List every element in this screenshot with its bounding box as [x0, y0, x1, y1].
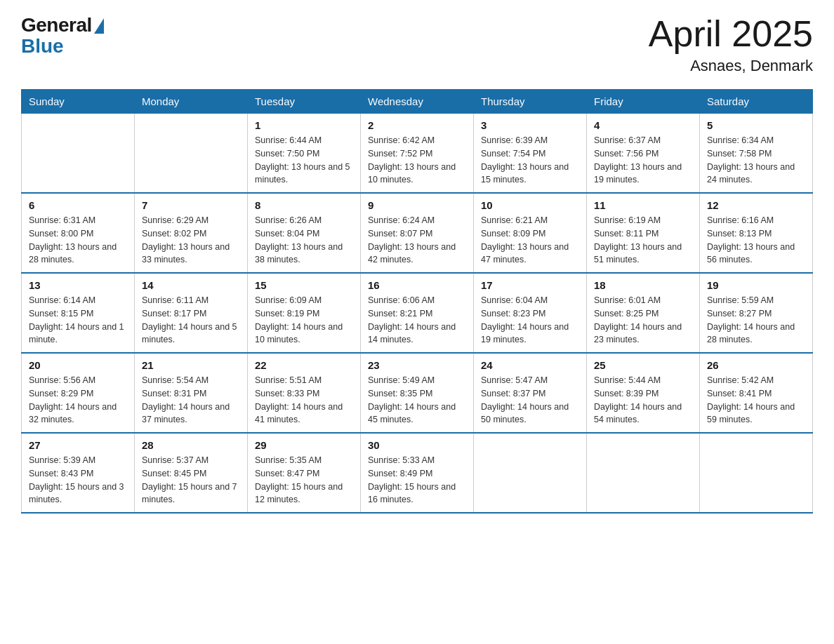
calendar-day-cell: 8Sunrise: 6:26 AMSunset: 8:04 PMDaylight… — [248, 193, 361, 273]
day-info: Sunrise: 5:51 AMSunset: 8:33 PMDaylight:… — [255, 374, 353, 427]
day-info: Sunrise: 5:59 AMSunset: 8:27 PMDaylight:… — [707, 294, 805, 347]
day-number: 4 — [594, 119, 692, 131]
day-info: Sunrise: 6:04 AMSunset: 8:23 PMDaylight:… — [481, 294, 579, 347]
calendar-day-cell: 28Sunrise: 5:37 AMSunset: 8:45 PMDayligh… — [135, 433, 248, 513]
calendar-day-cell: 29Sunrise: 5:35 AMSunset: 8:47 PMDayligh… — [248, 433, 361, 513]
day-info: Sunrise: 6:24 AMSunset: 8:07 PMDaylight:… — [368, 214, 466, 267]
day-number: 14 — [142, 279, 240, 291]
page-header: General Blue April 2025 Asnaes, Denmark — [21, 14, 813, 75]
calendar-day-cell: 21Sunrise: 5:54 AMSunset: 8:31 PMDayligh… — [135, 353, 248, 433]
calendar-day-cell: 25Sunrise: 5:44 AMSunset: 8:39 PMDayligh… — [587, 353, 700, 433]
day-info: Sunrise: 6:37 AMSunset: 7:56 PMDaylight:… — [594, 134, 692, 187]
calendar-week-row: 20Sunrise: 5:56 AMSunset: 8:29 PMDayligh… — [22, 353, 813, 433]
day-number: 30 — [368, 439, 466, 451]
calendar-day-header: Friday — [587, 90, 700, 114]
calendar-day-cell: 13Sunrise: 6:14 AMSunset: 8:15 PMDayligh… — [22, 273, 135, 353]
title-area: April 2025 Asnaes, Denmark — [649, 14, 813, 75]
day-info: Sunrise: 5:54 AMSunset: 8:31 PMDaylight:… — [142, 374, 240, 427]
day-info: Sunrise: 6:11 AMSunset: 8:17 PMDaylight:… — [142, 294, 240, 347]
day-number: 12 — [707, 199, 805, 211]
calendar-day-cell: 26Sunrise: 5:42 AMSunset: 8:41 PMDayligh… — [700, 353, 813, 433]
calendar-day-cell: 24Sunrise: 5:47 AMSunset: 8:37 PMDayligh… — [474, 353, 587, 433]
day-info: Sunrise: 6:44 AMSunset: 7:50 PMDaylight:… — [255, 134, 353, 187]
day-number: 29 — [255, 439, 353, 451]
calendar-day-header: Thursday — [474, 90, 587, 114]
calendar-week-row: 13Sunrise: 6:14 AMSunset: 8:15 PMDayligh… — [22, 273, 813, 353]
calendar-header-row: SundayMondayTuesdayWednesdayThursdayFrid… — [22, 90, 813, 114]
day-number: 27 — [29, 439, 127, 451]
calendar-day-cell: 18Sunrise: 6:01 AMSunset: 8:25 PMDayligh… — [587, 273, 700, 353]
day-info: Sunrise: 6:21 AMSunset: 8:09 PMDaylight:… — [481, 214, 579, 267]
day-info: Sunrise: 5:56 AMSunset: 8:29 PMDaylight:… — [29, 374, 127, 427]
calendar-day-cell — [474, 433, 587, 513]
day-number: 10 — [481, 199, 579, 211]
logo-triangle-icon — [94, 18, 104, 34]
calendar-week-row: 1Sunrise: 6:44 AMSunset: 7:50 PMDaylight… — [22, 114, 813, 194]
day-info: Sunrise: 5:44 AMSunset: 8:39 PMDaylight:… — [594, 374, 692, 427]
day-info: Sunrise: 5:39 AMSunset: 8:43 PMDaylight:… — [29, 454, 127, 507]
day-number: 7 — [142, 199, 240, 211]
calendar-day-cell: 22Sunrise: 5:51 AMSunset: 8:33 PMDayligh… — [248, 353, 361, 433]
calendar-day-cell: 20Sunrise: 5:56 AMSunset: 8:29 PMDayligh… — [22, 353, 135, 433]
day-number: 18 — [594, 279, 692, 291]
day-number: 20 — [29, 359, 127, 371]
day-number: 28 — [142, 439, 240, 451]
day-info: Sunrise: 5:33 AMSunset: 8:49 PMDaylight:… — [368, 454, 466, 507]
calendar-day-cell: 23Sunrise: 5:49 AMSunset: 8:35 PMDayligh… — [361, 353, 474, 433]
calendar-week-row: 27Sunrise: 5:39 AMSunset: 8:43 PMDayligh… — [22, 433, 813, 513]
calendar-day-header: Sunday — [22, 90, 135, 114]
day-number: 11 — [594, 199, 692, 211]
day-info: Sunrise: 5:37 AMSunset: 8:45 PMDaylight:… — [142, 454, 240, 507]
day-number: 26 — [707, 359, 805, 371]
calendar-day-cell: 1Sunrise: 6:44 AMSunset: 7:50 PMDaylight… — [248, 114, 361, 194]
logo-blue-text: Blue — [21, 36, 64, 56]
calendar-day-cell: 11Sunrise: 6:19 AMSunset: 8:11 PMDayligh… — [587, 193, 700, 273]
calendar-day-cell: 27Sunrise: 5:39 AMSunset: 8:43 PMDayligh… — [22, 433, 135, 513]
calendar-day-cell: 12Sunrise: 6:16 AMSunset: 8:13 PMDayligh… — [700, 193, 813, 273]
calendar-day-cell: 14Sunrise: 6:11 AMSunset: 8:17 PMDayligh… — [135, 273, 248, 353]
day-info: Sunrise: 6:34 AMSunset: 7:58 PMDaylight:… — [707, 134, 805, 187]
calendar-day-cell: 15Sunrise: 6:09 AMSunset: 8:19 PMDayligh… — [248, 273, 361, 353]
calendar-day-header: Wednesday — [361, 90, 474, 114]
calendar-day-cell: 2Sunrise: 6:42 AMSunset: 7:52 PMDaylight… — [361, 114, 474, 194]
day-info: Sunrise: 6:42 AMSunset: 7:52 PMDaylight:… — [368, 134, 466, 187]
day-info: Sunrise: 5:47 AMSunset: 8:37 PMDaylight:… — [481, 374, 579, 427]
calendar-day-cell: 16Sunrise: 6:06 AMSunset: 8:21 PMDayligh… — [361, 273, 474, 353]
day-info: Sunrise: 6:09 AMSunset: 8:19 PMDaylight:… — [255, 294, 353, 347]
day-info: Sunrise: 6:14 AMSunset: 8:15 PMDaylight:… — [29, 294, 127, 347]
day-info: Sunrise: 6:06 AMSunset: 8:21 PMDaylight:… — [368, 294, 466, 347]
day-number: 16 — [368, 279, 466, 291]
calendar-day-cell: 19Sunrise: 5:59 AMSunset: 8:27 PMDayligh… — [700, 273, 813, 353]
calendar-day-cell — [135, 114, 248, 194]
day-number: 15 — [255, 279, 353, 291]
logo-general-text: General — [21, 14, 92, 36]
day-number: 13 — [29, 279, 127, 291]
day-number: 23 — [368, 359, 466, 371]
day-number: 22 — [255, 359, 353, 371]
calendar-day-cell: 7Sunrise: 6:29 AMSunset: 8:02 PMDaylight… — [135, 193, 248, 273]
calendar-day-cell: 10Sunrise: 6:21 AMSunset: 8:09 PMDayligh… — [474, 193, 587, 273]
day-number: 8 — [255, 199, 353, 211]
calendar-day-cell — [22, 114, 135, 194]
calendar-day-cell — [700, 433, 813, 513]
day-number: 5 — [707, 119, 805, 131]
day-info: Sunrise: 6:29 AMSunset: 8:02 PMDaylight:… — [142, 214, 240, 267]
calendar-day-cell: 3Sunrise: 6:39 AMSunset: 7:54 PMDaylight… — [474, 114, 587, 194]
day-info: Sunrise: 6:01 AMSunset: 8:25 PMDaylight:… — [594, 294, 692, 347]
day-info: Sunrise: 6:19 AMSunset: 8:11 PMDaylight:… — [594, 214, 692, 267]
logo: General Blue — [21, 14, 104, 56]
day-number: 1 — [255, 119, 353, 131]
day-info: Sunrise: 5:42 AMSunset: 8:41 PMDaylight:… — [707, 374, 805, 427]
day-number: 24 — [481, 359, 579, 371]
day-info: Sunrise: 6:16 AMSunset: 8:13 PMDaylight:… — [707, 214, 805, 267]
day-number: 6 — [29, 199, 127, 211]
day-number: 17 — [481, 279, 579, 291]
calendar-table: SundayMondayTuesdayWednesdayThursdayFrid… — [21, 89, 813, 514]
calendar-day-header: Monday — [135, 90, 248, 114]
day-number: 9 — [368, 199, 466, 211]
calendar-day-cell: 9Sunrise: 6:24 AMSunset: 8:07 PMDaylight… — [361, 193, 474, 273]
day-number: 19 — [707, 279, 805, 291]
day-info: Sunrise: 5:49 AMSunset: 8:35 PMDaylight:… — [368, 374, 466, 427]
day-info: Sunrise: 6:26 AMSunset: 8:04 PMDaylight:… — [255, 214, 353, 267]
day-number: 25 — [594, 359, 692, 371]
